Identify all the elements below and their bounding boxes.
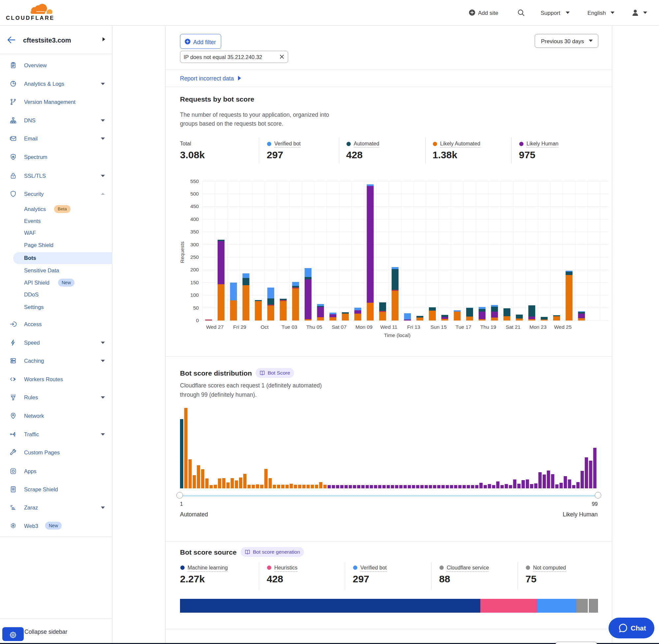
svg-text:Mon 23: Mon 23 (529, 324, 547, 330)
svg-text:200: 200 (190, 267, 199, 272)
svg-text:500: 500 (190, 191, 199, 197)
svg-text:Thu 19: Thu 19 (480, 324, 496, 330)
svg-text:550: 550 (190, 178, 199, 184)
svg-text:Requests: Requests (179, 242, 185, 263)
svg-text:400: 400 (190, 216, 199, 222)
svg-text:Sat 07: Sat 07 (332, 324, 347, 330)
svg-text:Mon 09: Mon 09 (355, 324, 373, 330)
svg-text:Fri 29: Fri 29 (233, 324, 246, 330)
svg-text:300: 300 (190, 242, 199, 247)
svg-text:Wed 27: Wed 27 (206, 324, 223, 330)
svg-text:450: 450 (190, 204, 199, 209)
svg-text:250: 250 (190, 254, 199, 260)
svg-text:0: 0 (196, 318, 199, 323)
svg-text:Wed 25: Wed 25 (554, 324, 572, 330)
svg-text:Thu 05: Thu 05 (306, 324, 322, 330)
svg-text:Time (local): Time (local) (384, 332, 410, 338)
svg-text:Sun 15: Sun 15 (430, 324, 447, 330)
svg-text:350: 350 (190, 229, 199, 234)
svg-text:50: 50 (193, 305, 199, 310)
svg-text:Sat 21: Sat 21 (506, 324, 521, 330)
svg-text:100: 100 (190, 292, 199, 298)
svg-text:Oct: Oct (260, 324, 269, 330)
svg-text:Fri 13: Fri 13 (407, 324, 420, 330)
svg-text:150: 150 (190, 280, 199, 285)
svg-text:Wed 11: Wed 11 (380, 324, 398, 330)
svg-text:Tue 17: Tue 17 (455, 324, 471, 330)
svg-text:Tue 03: Tue 03 (282, 324, 297, 330)
